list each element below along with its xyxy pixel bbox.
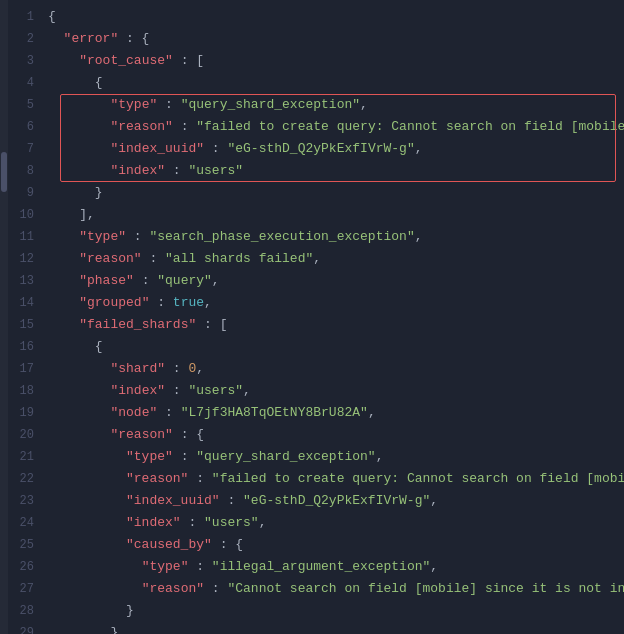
line-content: } <box>44 623 624 634</box>
code-line: 9 } <box>8 182 624 204</box>
code-line: 6 "reason" : "failed to create query: Ca… <box>8 116 624 138</box>
line-number: 16 <box>8 337 44 357</box>
line-content: "reason" : "failed to create query: Cann… <box>44 117 624 137</box>
code-line: 10 ], <box>8 204 624 226</box>
code-line: 27 "reason" : "Cannot search on field [m… <box>8 578 624 600</box>
code-line: 11 "type" : "search_phase_execution_exce… <box>8 226 624 248</box>
line-number: 27 <box>8 579 44 599</box>
highlight-block: 5 "type" : "query_shard_exception",6 "re… <box>8 94 624 182</box>
line-number: 11 <box>8 227 44 247</box>
line-number: 3 <box>8 51 44 71</box>
scrollbar[interactable] <box>0 0 8 634</box>
code-line: 5 "type" : "query_shard_exception", <box>8 94 624 116</box>
code-line: 28 } <box>8 600 624 622</box>
line-content: "grouped" : true, <box>44 293 624 313</box>
line-number: 7 <box>8 139 44 159</box>
line-content: "index_uuid" : "eG-sthD_Q2yPkExfIVrW-g", <box>44 139 624 159</box>
code-line: 24 "index" : "users", <box>8 512 624 534</box>
line-content: "index_uuid" : "eG-sthD_Q2yPkExfIVrW-g", <box>44 491 624 511</box>
code-line: 4 { <box>8 72 624 94</box>
line-content: "type" : "illegal_argument_exception", <box>44 557 624 577</box>
code-line: 21 "type" : "query_shard_exception", <box>8 446 624 468</box>
code-line: 17 "shard" : 0, <box>8 358 624 380</box>
code-line: 13 "phase" : "query", <box>8 270 624 292</box>
line-number: 29 <box>8 623 44 634</box>
code-line: 26 "type" : "illegal_argument_exception"… <box>8 556 624 578</box>
line-number: 23 <box>8 491 44 511</box>
code-line: 14 "grouped" : true, <box>8 292 624 314</box>
line-number: 9 <box>8 183 44 203</box>
line-content: "failed_shards" : [ <box>44 315 624 335</box>
line-content: "index" : "users", <box>44 381 624 401</box>
line-number: 18 <box>8 381 44 401</box>
code-line: 16 { <box>8 336 624 358</box>
line-content: ], <box>44 205 624 225</box>
line-content: "index" : "users" <box>44 161 624 181</box>
code-line: 23 "index_uuid" : "eG-sthD_Q2yPkExfIVrW-… <box>8 490 624 512</box>
line-number: 13 <box>8 271 44 291</box>
line-content: { <box>44 73 624 93</box>
code-line: 18 "index" : "users", <box>8 380 624 402</box>
line-number: 21 <box>8 447 44 467</box>
scrollbar-thumb[interactable] <box>1 152 7 192</box>
line-content: "caused_by" : { <box>44 535 624 555</box>
line-number: 2 <box>8 29 44 49</box>
line-number: 5 <box>8 95 44 115</box>
line-content: "root_cause" : [ <box>44 51 624 71</box>
line-content: "shard" : 0, <box>44 359 624 379</box>
line-number: 22 <box>8 469 44 489</box>
line-content: "phase" : "query", <box>44 271 624 291</box>
line-content: "reason" : { <box>44 425 624 445</box>
line-number: 15 <box>8 315 44 335</box>
line-number: 25 <box>8 535 44 555</box>
line-content: "reason" : "failed to create query: Cann… <box>44 469 624 489</box>
line-number: 17 <box>8 359 44 379</box>
code-line: 20 "reason" : { <box>8 424 624 446</box>
line-number: 8 <box>8 161 44 181</box>
line-number: 10 <box>8 205 44 225</box>
line-content: "type" : "search_phase_execution_excepti… <box>44 227 624 247</box>
code-line: 22 "reason" : "failed to create query: C… <box>8 468 624 490</box>
code-line: 2 "error" : { <box>8 28 624 50</box>
line-content: "type" : "query_shard_exception", <box>44 447 624 467</box>
code-line: 8 "index" : "users" <box>8 160 624 182</box>
line-content: { <box>44 7 624 27</box>
line-number: 1 <box>8 7 44 27</box>
code-line: 12 "reason" : "all shards failed", <box>8 248 624 270</box>
code-line: 19 "node" : "L7jf3HA8TqOEtNY8BrU82A", <box>8 402 624 424</box>
line-content: "type" : "query_shard_exception", <box>44 95 624 115</box>
line-content: "index" : "users", <box>44 513 624 533</box>
code-line: 1{ <box>8 6 624 28</box>
code-line: 15 "failed_shards" : [ <box>8 314 624 336</box>
code-line: 7 "index_uuid" : "eG-sthD_Q2yPkExfIVrW-g… <box>8 138 624 160</box>
line-content: } <box>44 183 624 203</box>
line-number: 12 <box>8 249 44 269</box>
code-line: 25 "caused_by" : { <box>8 534 624 556</box>
line-content: "reason" : "all shards failed", <box>44 249 624 269</box>
line-number: 20 <box>8 425 44 445</box>
line-content: "node" : "L7jf3HA8TqOEtNY8BrU82A", <box>44 403 624 423</box>
line-number: 14 <box>8 293 44 313</box>
line-content: { <box>44 337 624 357</box>
line-content: "error" : { <box>44 29 624 49</box>
line-content: "reason" : "Cannot search on field [mobi… <box>44 579 624 599</box>
line-number: 6 <box>8 117 44 137</box>
line-number: 4 <box>8 73 44 93</box>
line-number: 24 <box>8 513 44 533</box>
code-line: 3 "root_cause" : [ <box>8 50 624 72</box>
line-number: 28 <box>8 601 44 621</box>
line-number: 26 <box>8 557 44 577</box>
line-number: 19 <box>8 403 44 423</box>
code-viewer: 1{2 "error" : {3 "root_cause" : [4 {5 "t… <box>0 0 624 634</box>
code-line: 29 } <box>8 622 624 634</box>
line-content: } <box>44 601 624 621</box>
